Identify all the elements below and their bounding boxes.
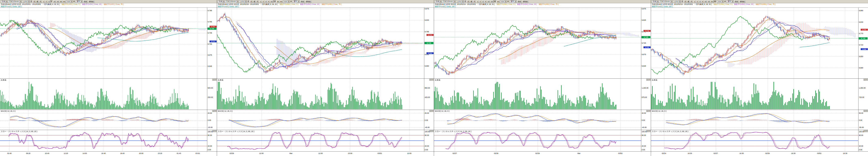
- minute-button-10[interactable]: 10: [704, 0, 707, 3]
- collapse-down-button[interactable]: ▼: [215, 130, 217, 132]
- period-button-月[interactable]: 月: [473, 0, 476, 3]
- price-chart-canvas[interactable]: [651, 8, 858, 78]
- minute-button-15[interactable]: 15: [273, 0, 276, 3]
- line-tool-button[interactable]: 罫線: [300, 0, 305, 3]
- collapse-down-button[interactable]: ▼: [432, 79, 434, 81]
- minute-button-3[interactable]: 3: [48, 0, 50, 3]
- trendline-tool-button[interactable]: 移動線: [305, 0, 311, 3]
- collapse-down-button[interactable]: ▼: [215, 110, 217, 112]
- market-select[interactable]: 先物▼: [435, 0, 441, 3]
- line-tool-button[interactable]: 罫線: [734, 0, 739, 3]
- collapse-down-button[interactable]: ▼: [432, 110, 434, 112]
- bar-count-select[interactable]: 500▼: [717, 0, 723, 3]
- stochastics-chart-canvas[interactable]: [217, 130, 424, 151]
- collapse-up-button[interactable]: ▲: [212, 130, 214, 132]
- contract-month-select[interactable]: 12/03▼: [239, 0, 247, 3]
- collapse-up-button[interactable]: ▲: [429, 79, 431, 81]
- minute-button-5[interactable]: 5: [50, 0, 53, 3]
- minute-button-30[interactable]: 30: [710, 0, 713, 3]
- minute-button-2[interactable]: 2: [262, 0, 265, 3]
- collapse-down-button[interactable]: ▼: [866, 130, 868, 132]
- period-button-日[interactable]: 日: [684, 0, 687, 3]
- collapse-down-button[interactable]: ▼: [649, 79, 651, 81]
- instrument-select[interactable]: 日経225mini▼: [659, 0, 673, 3]
- market-select[interactable]: 先物▼: [1, 0, 7, 3]
- period-button-週[interactable]: 週: [687, 0, 690, 3]
- trendline-tool-button[interactable]: 移動線: [522, 0, 528, 3]
- bar-count-select[interactable]: 500▼: [66, 0, 72, 3]
- minute-button-30[interactable]: 30: [493, 0, 496, 3]
- collapse-up-button[interactable]: ▲: [864, 130, 866, 132]
- minute-button-15[interactable]: 15: [56, 0, 59, 3]
- macd-chart-canvas[interactable]: [0, 110, 207, 130]
- macd-chart-canvas[interactable]: [217, 110, 424, 130]
- stochastics-chart-canvas[interactable]: [651, 130, 858, 151]
- volume-chart-canvas[interactable]: [0, 79, 207, 110]
- minute-button-60[interactable]: 60: [280, 0, 283, 3]
- period-button-日[interactable]: 日: [250, 0, 253, 3]
- chart-mode-select[interactable]: 通常▼: [509, 0, 517, 3]
- collapse-up-button[interactable]: ▲: [646, 110, 648, 112]
- collapse-down-button[interactable]: ▼: [432, 130, 434, 132]
- collapse-up-button[interactable]: ▲: [429, 130, 431, 132]
- minute-button-60[interactable]: 60: [497, 0, 500, 3]
- macd-chart-canvas[interactable]: [434, 110, 641, 130]
- minute-button-60[interactable]: 60: [714, 0, 717, 3]
- minute-button-10[interactable]: 10: [53, 0, 56, 3]
- stochastics-chart-canvas[interactable]: [0, 130, 207, 151]
- volume-chart-canvas[interactable]: [651, 79, 858, 110]
- trendline-tool-button[interactable]: 移動線: [739, 0, 745, 3]
- collapse-down-button[interactable]: ▼: [866, 79, 868, 81]
- contract-month-select[interactable]: 12/03▼: [456, 0, 464, 3]
- collapse-up-button[interactable]: ▲: [646, 79, 648, 81]
- minute-button-3[interactable]: 3: [265, 0, 267, 3]
- period-button-日[interactable]: 日: [467, 0, 470, 3]
- minute-button-1[interactable]: 1: [42, 0, 45, 3]
- bar-count-select[interactable]: 500▼: [283, 0, 289, 3]
- minute-button-2[interactable]: 2: [696, 0, 699, 3]
- period-button-週[interactable]: 週: [253, 0, 256, 3]
- volume-chart-canvas[interactable]: [217, 79, 424, 110]
- period-button-月[interactable]: 月: [39, 0, 42, 3]
- collapse-up-button[interactable]: ▲: [864, 110, 866, 112]
- minute-button-2[interactable]: 2: [479, 0, 482, 3]
- instrument-select[interactable]: 日経225mini▼: [442, 0, 456, 3]
- minute-button-60[interactable]: 60: [63, 0, 66, 3]
- collapse-down-button[interactable]: ▼: [215, 79, 217, 81]
- macd-chart-canvas[interactable]: [651, 110, 858, 130]
- minute-button-5[interactable]: 5: [267, 0, 270, 3]
- minute-button-3[interactable]: 3: [699, 0, 701, 3]
- collapse-down-button[interactable]: ▼: [649, 110, 651, 112]
- contract-month-select[interactable]: 12/03▼: [673, 0, 681, 3]
- market-select[interactable]: 先物▼: [652, 0, 658, 3]
- stochastics-chart-canvas[interactable]: [434, 130, 641, 151]
- collapse-up-button[interactable]: ▲: [646, 130, 648, 132]
- collapse-up-button[interactable]: ▲: [429, 110, 431, 112]
- price-chart-canvas[interactable]: [434, 8, 641, 78]
- chart-mode-select[interactable]: 通常▼: [726, 0, 734, 3]
- minute-button-10[interactable]: 10: [487, 0, 490, 3]
- minute-button-3[interactable]: 3: [482, 0, 484, 3]
- chart-mode-select[interactable]: 通常▼: [292, 0, 300, 3]
- period-button-週[interactable]: 週: [36, 0, 39, 3]
- period-button-日[interactable]: 日: [33, 0, 36, 3]
- price-chart-canvas[interactable]: [0, 8, 207, 78]
- market-select[interactable]: 先物▼: [218, 0, 224, 3]
- minute-button-2[interactable]: 2: [45, 0, 48, 3]
- line-tool-button[interactable]: 罫線: [83, 0, 88, 3]
- trendline-tool-button[interactable]: 移動線: [88, 0, 94, 3]
- instrument-select[interactable]: 日経225mini▼: [225, 0, 239, 3]
- collapse-down-button[interactable]: ▼: [866, 110, 868, 112]
- minute-button-30[interactable]: 30: [276, 0, 279, 3]
- minute-button-30[interactable]: 30: [59, 0, 62, 3]
- period-button-月[interactable]: 月: [256, 0, 259, 3]
- collapse-up-button[interactable]: ▲: [212, 79, 214, 81]
- minute-button-5[interactable]: 5: [701, 0, 704, 3]
- minute-button-1[interactable]: 1: [476, 0, 479, 3]
- minute-button-15[interactable]: 15: [490, 0, 493, 3]
- price-chart-canvas[interactable]: [217, 8, 424, 78]
- minute-button-5[interactable]: 5: [484, 0, 487, 3]
- minute-button-1[interactable]: 1: [693, 0, 696, 3]
- contract-month-select[interactable]: 12/03▼: [22, 0, 30, 3]
- instrument-select[interactable]: 日経225mini▼: [8, 0, 22, 3]
